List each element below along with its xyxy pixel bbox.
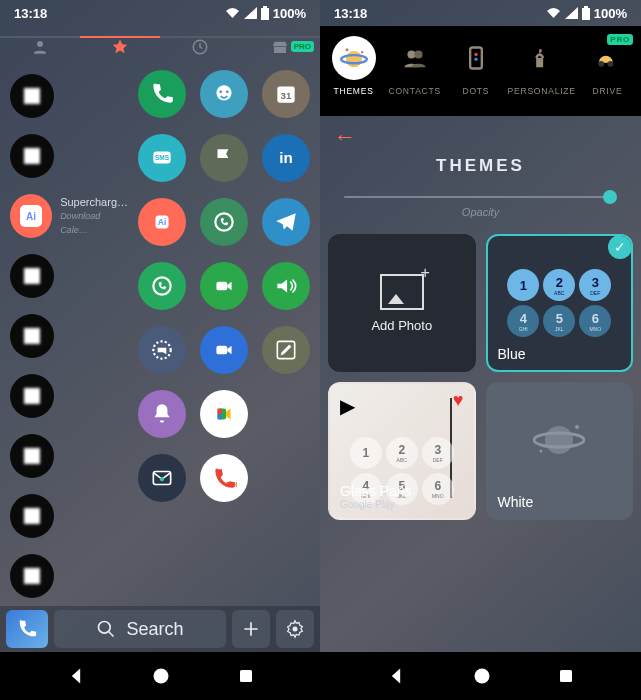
top-tabs: PRO bbox=[0, 26, 320, 66]
theme-glass-paris[interactable]: ▶ ♥ 12ABC3DEF4GHI5JKL6MNO Glass ParisGoo… bbox=[328, 382, 476, 520]
app-video[interactable] bbox=[200, 326, 248, 374]
tab-favorites[interactable] bbox=[80, 36, 160, 56]
list-item[interactable] bbox=[0, 486, 128, 546]
list-item[interactable] bbox=[0, 126, 128, 186]
nav-back[interactable] bbox=[66, 666, 86, 686]
app-phone[interactable] bbox=[138, 70, 186, 118]
theme-white[interactable]: White bbox=[486, 382, 634, 520]
app-ai[interactable]: Ai bbox=[138, 198, 186, 246]
svg-point-35 bbox=[414, 50, 422, 58]
status-right: 100% bbox=[225, 6, 306, 21]
app-telegram[interactable] bbox=[262, 198, 310, 246]
wifi-icon bbox=[546, 7, 561, 19]
nav-home[interactable] bbox=[151, 666, 171, 686]
list-item[interactable] bbox=[0, 366, 128, 426]
dialer-button[interactable] bbox=[6, 610, 48, 648]
opacity-slider[interactable]: Opacity bbox=[320, 176, 641, 224]
section-title: THEMES bbox=[320, 156, 641, 176]
theme-add-photo[interactable]: Add Photo bbox=[328, 234, 476, 372]
app-meet[interactable] bbox=[200, 390, 248, 438]
slider-thumb[interactable] bbox=[603, 190, 617, 204]
tab-contacts[interactable] bbox=[0, 36, 80, 56]
list-item[interactable] bbox=[0, 426, 128, 486]
app-bell[interactable] bbox=[138, 390, 186, 438]
settings-button[interactable] bbox=[276, 610, 314, 648]
svg-text:REC: REC bbox=[226, 481, 237, 488]
app-waze[interactable] bbox=[200, 70, 248, 118]
contact-list[interactable]: Ai Supercharg…Download Cale… bbox=[0, 66, 128, 606]
theme-blue[interactable]: ✓ 12ABC3DEF4GHI5JKL6MNO Blue bbox=[486, 234, 634, 372]
app-volume[interactable] bbox=[262, 262, 310, 310]
list-item[interactable] bbox=[0, 246, 128, 306]
svg-point-24 bbox=[160, 477, 164, 481]
nav-back[interactable] bbox=[386, 666, 406, 686]
photo-icon bbox=[380, 274, 424, 310]
nav-home[interactable] bbox=[472, 666, 492, 686]
clock: 13:18 bbox=[334, 6, 367, 21]
app-signal[interactable] bbox=[138, 326, 186, 374]
nav-recent[interactable] bbox=[237, 667, 255, 685]
app-compose[interactable] bbox=[262, 326, 310, 374]
add-button[interactable] bbox=[232, 610, 270, 648]
category-dots[interactable]: DOTS bbox=[446, 36, 505, 110]
app-whatsapp[interactable] bbox=[138, 262, 186, 310]
svg-rect-47 bbox=[240, 670, 252, 682]
contacts-icon bbox=[393, 36, 437, 80]
svg-point-40 bbox=[599, 61, 605, 67]
svg-rect-29 bbox=[584, 6, 588, 8]
svg-point-15 bbox=[153, 277, 170, 294]
bottom-bar: Search bbox=[0, 606, 320, 652]
status-bar: 13:18 100% bbox=[320, 0, 641, 26]
category-personalize[interactable]: PERSONALIZE bbox=[508, 36, 576, 110]
theme-grid: Add Photo ✓ 12ABC3DEF4GHI5JKL6MNO Blue ▶… bbox=[320, 224, 641, 530]
svg-rect-0 bbox=[261, 8, 269, 20]
search-button[interactable]: Search bbox=[54, 610, 226, 648]
svg-point-27 bbox=[293, 627, 298, 632]
svg-point-33 bbox=[361, 51, 363, 53]
signal-icon bbox=[565, 7, 578, 19]
wifi-icon bbox=[225, 7, 240, 19]
app-mail[interactable] bbox=[138, 454, 186, 502]
app-duo-video[interactable] bbox=[200, 262, 248, 310]
search-label: Search bbox=[126, 619, 183, 640]
theme-label: Glass Paris bbox=[340, 483, 412, 499]
speed-dial-grid: 31SMSinAiREC bbox=[128, 66, 320, 606]
app-maps-flag[interactable] bbox=[200, 134, 248, 182]
category-contacts[interactable]: CONTACTS bbox=[385, 36, 444, 110]
list-item[interactable] bbox=[0, 306, 128, 366]
signal-icon bbox=[244, 7, 257, 19]
tab-business[interactable]: PRO bbox=[240, 36, 320, 56]
pro-badge: PRO bbox=[291, 41, 314, 52]
battery-icon bbox=[261, 6, 269, 20]
svg-point-45 bbox=[540, 450, 543, 453]
app-calendar-31[interactable]: 31 bbox=[262, 70, 310, 118]
heart-icon: ♥ bbox=[453, 390, 464, 411]
settings-screen: 13:18 100% THEMESCONTACTSDOTSPERSONALIZE… bbox=[320, 0, 641, 652]
list-item[interactable] bbox=[0, 66, 128, 126]
svg-point-37 bbox=[474, 53, 478, 57]
list-item[interactable] bbox=[0, 546, 128, 606]
battery-icon bbox=[582, 6, 590, 20]
dots-icon bbox=[454, 36, 498, 80]
list-item-promo[interactable]: Ai Supercharg…Download Cale… bbox=[0, 186, 128, 246]
app-sms[interactable]: SMS bbox=[138, 134, 186, 182]
app-rec[interactable]: REC bbox=[200, 454, 248, 502]
app-linkedin[interactable]: in bbox=[262, 134, 310, 182]
add-photo-label: Add Photo bbox=[371, 318, 432, 333]
app-whatsapp-alt[interactable] bbox=[200, 198, 248, 246]
category-drive[interactable]: DRIVEPRO bbox=[578, 36, 637, 110]
theme-label: White bbox=[498, 494, 534, 510]
back-button[interactable]: ← bbox=[320, 116, 641, 158]
status-right: 100% bbox=[546, 6, 627, 21]
dialer-screen: 13:18 100% PRO bbox=[0, 0, 320, 652]
svg-text:in: in bbox=[279, 149, 292, 166]
svg-point-30 bbox=[345, 51, 361, 67]
category-themes[interactable]: THEMES bbox=[324, 36, 383, 110]
svg-point-14 bbox=[215, 213, 232, 230]
svg-point-46 bbox=[154, 669, 169, 684]
svg-point-34 bbox=[407, 50, 415, 58]
theme-label: Blue bbox=[498, 346, 526, 362]
pro-badge: PRO bbox=[607, 34, 633, 45]
tab-recents[interactable] bbox=[160, 36, 240, 56]
nav-recent[interactable] bbox=[557, 667, 575, 685]
